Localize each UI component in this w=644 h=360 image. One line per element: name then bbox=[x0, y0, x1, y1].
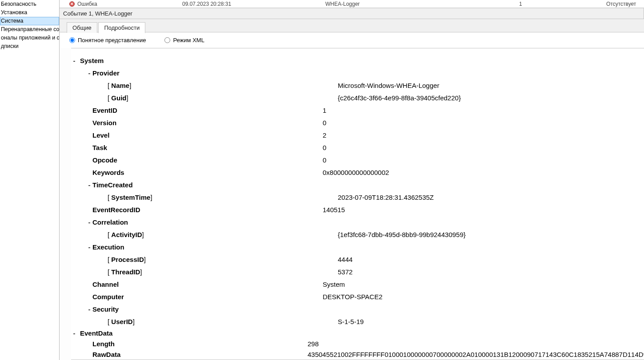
main-area: ✕ Ошибка 09.07.2023 20:28:31 WHEA-Logger… bbox=[60, 0, 644, 360]
tabs: Общие Подробности bbox=[60, 19, 644, 32]
attr-name-value: Microsoft-Windows-WHEA-Logger bbox=[338, 79, 439, 92]
radio-friendly-input[interactable] bbox=[69, 37, 75, 43]
node-system-label: System bbox=[80, 55, 104, 67]
eventdata-label: EventData bbox=[80, 328, 112, 339]
node-timecreated[interactable]: - TimeCreated bbox=[86, 179, 644, 191]
channel-value: System bbox=[323, 278, 345, 291]
node-version: Version 0 bbox=[86, 117, 644, 129]
userid-value: S-1-5-19 bbox=[338, 316, 364, 328]
node-eventid: EventID 1 bbox=[86, 104, 644, 117]
systemtime-label: SystemTime bbox=[111, 194, 150, 201]
eventid-label: EventID bbox=[92, 104, 117, 117]
event-grid-row[interactable]: ✕ Ошибка 09.07.2023 20:28:31 WHEA-Logger… bbox=[60, 0, 644, 8]
correlation-label: Correlation bbox=[92, 216, 128, 229]
channel-label: Channel bbox=[92, 278, 119, 291]
node-length: Length 298 bbox=[86, 339, 644, 349]
attr-userid: [ UserID] S-1-5-19 bbox=[101, 316, 644, 328]
attr-systemtime: [ SystemTime] 2023-07-09T18:28:31.436253… bbox=[101, 191, 644, 204]
collapse-icon[interactable]: - bbox=[86, 303, 92, 316]
node-provider[interactable]: - Provider bbox=[86, 67, 644, 79]
nav-item-app-channels[interactable]: оналы приложений и сл bbox=[0, 34, 59, 42]
attr-activityid: [ ActivityID] {1ef3fc68-7dbb-495d-8bb9-9… bbox=[101, 229, 644, 241]
task-label: Task bbox=[92, 142, 107, 154]
tab-general[interactable]: Общие bbox=[67, 22, 97, 33]
collapse-icon[interactable]: - bbox=[86, 216, 92, 229]
version-value: 0 bbox=[323, 117, 326, 129]
opcode-value: 0 bbox=[323, 154, 326, 166]
grid-date-cell: 09.07.2023 20:28:31 bbox=[182, 1, 325, 7]
grid-level-cell: Ошибка bbox=[77, 1, 182, 7]
error-icon: ✕ bbox=[69, 1, 75, 7]
radio-friendly[interactable]: Понятное представление bbox=[69, 37, 146, 44]
radio-xml-label: Режим XML bbox=[173, 37, 204, 44]
nav-item-security[interactable]: Безопасность bbox=[0, 0, 59, 8]
grid-id-cell: 1 bbox=[519, 1, 606, 7]
eventrecordid-value: 140515 bbox=[323, 204, 345, 216]
attr-provider-name: [ Name] Microsoft-Windows-WHEA-Logger bbox=[101, 79, 644, 92]
node-system[interactable]: - System bbox=[71, 55, 644, 67]
processid-value: 4444 bbox=[338, 253, 352, 266]
attr-processid: [ ProcessID] 4444 bbox=[101, 253, 644, 266]
computer-value: DESKTOP-SPACE2 bbox=[323, 291, 383, 303]
nav-tree: Безопасность Установка Система Перенапра… bbox=[0, 0, 60, 360]
node-channel: Channel System bbox=[86, 278, 644, 291]
activityid-label: ActivityID bbox=[111, 231, 142, 238]
grid-source-cell: WHEA-Logger bbox=[325, 1, 519, 7]
node-correlation[interactable]: - Correlation bbox=[86, 216, 644, 229]
length-value: 298 bbox=[308, 339, 319, 349]
keywords-label: Keywords bbox=[92, 166, 124, 179]
radio-friendly-label: Понятное представление bbox=[78, 37, 146, 44]
node-eventdata[interactable]: - EventData bbox=[71, 328, 644, 339]
computer-label: Computer bbox=[92, 291, 124, 303]
version-label: Version bbox=[92, 117, 116, 129]
attr-provider-guid: [ Guid] {c26c4f3c-3f66-4e99-8f8a-39405cf… bbox=[101, 92, 644, 104]
security-label: Security bbox=[92, 303, 119, 316]
tab-details[interactable]: Подробности bbox=[98, 22, 145, 33]
collapse-icon[interactable]: - bbox=[86, 67, 92, 79]
attr-guid-value: {c26c4f3c-3f66-4e99-8f8a-39405cfed220} bbox=[338, 92, 461, 104]
opcode-label: Opcode bbox=[92, 154, 117, 166]
node-execution[interactable]: - Execution bbox=[86, 241, 644, 253]
attr-guid-label: Guid bbox=[111, 94, 126, 102]
collapse-icon[interactable]: - bbox=[71, 55, 77, 67]
nav-item-subscriptions[interactable]: дписки bbox=[0, 42, 59, 51]
attr-threadid: [ ThreadID] 5372 bbox=[101, 266, 644, 278]
node-computer: Computer DESKTOP-SPACE2 bbox=[86, 291, 644, 303]
activityid-value: {1ef3fc68-7dbb-495d-8bb9-99b924430959} bbox=[338, 229, 466, 241]
radio-xml[interactable]: Режим XML bbox=[164, 37, 204, 44]
grid-task-cell: Отсутствует bbox=[606, 1, 636, 7]
node-security[interactable]: - Security bbox=[86, 303, 644, 316]
collapse-icon[interactable]: - bbox=[86, 179, 92, 191]
rawdata-value: 435045521002FFFFFFFF01000100000007000000… bbox=[308, 349, 644, 360]
radio-xml-input[interactable] bbox=[164, 37, 170, 43]
node-provider-label: Provider bbox=[92, 67, 120, 79]
app-root: Безопасность Установка Система Перенапра… bbox=[0, 0, 644, 360]
task-value: 0 bbox=[323, 142, 326, 154]
node-eventrecordid: EventRecordID 140515 bbox=[86, 204, 644, 216]
threadid-label: ThreadID bbox=[111, 268, 140, 276]
timecreated-label: TimeCreated bbox=[92, 179, 133, 191]
threadid-value: 5372 bbox=[338, 266, 352, 278]
node-opcode: Opcode 0 bbox=[86, 154, 644, 166]
systemtime-value: 2023-07-09T18:28:31.4362535Z bbox=[338, 191, 434, 204]
nav-item-system[interactable]: Система bbox=[0, 17, 59, 25]
nav-item-setup[interactable]: Установка bbox=[0, 8, 59, 17]
detail-body[interactable]: - System - Provider [ Name] Microsoft-Wi… bbox=[71, 48, 644, 360]
userid-label: UserID bbox=[111, 318, 132, 325]
nav-item-forwarded[interactable]: Перенаправленные соб bbox=[0, 25, 59, 34]
processid-label: ProcessID bbox=[111, 256, 144, 263]
view-mode-row: Понятное представление Режим XML bbox=[60, 32, 644, 48]
rawdata-label: RawData bbox=[92, 349, 120, 360]
event-panel-title: Событие 1, WHEA-Logger bbox=[60, 8, 644, 19]
eventid-value: 1 bbox=[323, 104, 326, 117]
node-rawdata: RawData 435045521002FFFFFFFF010001000000… bbox=[86, 349, 644, 360]
collapse-icon[interactable]: - bbox=[71, 328, 77, 339]
node-task: Task 0 bbox=[86, 142, 644, 154]
xml-tree: - System - Provider [ Name] Microsoft-Wi… bbox=[71, 55, 644, 360]
node-keywords: Keywords 0x8000000000000002 bbox=[86, 166, 644, 179]
level-label: Level bbox=[92, 129, 109, 142]
node-level: Level 2 bbox=[86, 129, 644, 142]
collapse-icon[interactable]: - bbox=[86, 241, 92, 253]
level-value: 2 bbox=[323, 129, 326, 142]
eventrecordid-label: EventRecordID bbox=[92, 204, 140, 216]
